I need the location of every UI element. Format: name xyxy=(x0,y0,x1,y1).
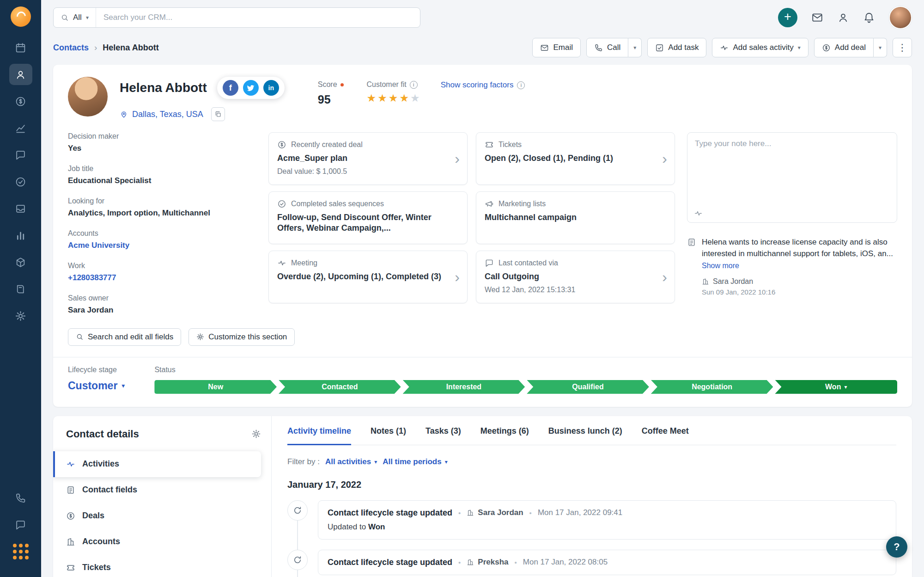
show-scoring-factors-link[interactable]: Show scoring factors i xyxy=(441,77,525,90)
search-scope-dropdown[interactable]: All ▾ xyxy=(54,8,96,27)
contact-identity: Helena Abbott f in Dallas, Texas, USA xyxy=(120,77,285,121)
time-period-filter-value: All time periods xyxy=(383,457,442,467)
leads-button[interactable] xyxy=(837,12,849,24)
search-icon xyxy=(76,333,84,341)
details-item-activities[interactable]: Activities xyxy=(53,451,261,477)
lifecycle-stage-dropdown[interactable]: Customer ▾ xyxy=(68,380,125,392)
marketing-lists-card[interactable]: Marketing lists Multichannel campaign xyxy=(476,191,675,244)
activities-filter-dropdown[interactable]: All activities ▾ xyxy=(325,457,377,467)
chevron-right-icon[interactable]: › xyxy=(455,270,460,284)
details-item-accounts[interactable]: Accounts xyxy=(53,529,261,555)
help-button[interactable]: ? xyxy=(886,536,907,558)
sidebar-item-support[interactable] xyxy=(9,514,32,535)
pipeline-stage[interactable]: Contacted xyxy=(279,380,401,394)
facebook-icon[interactable]: f xyxy=(223,80,238,96)
tab-activity-timeline[interactable]: Activity timeline xyxy=(287,426,351,445)
lifecycle-update-icon xyxy=(287,550,308,570)
pipeline-stage[interactable]: New xyxy=(154,380,277,394)
sidebar-item-campaigns[interactable] xyxy=(9,171,32,192)
sales-sequences-card[interactable]: Completed sales sequences Follow-up, Sen… xyxy=(268,191,468,244)
pipeline-stage-won[interactable]: Won▾ xyxy=(775,380,897,394)
recent-deal-card[interactable]: Recently created deal Acme_Super plan De… xyxy=(268,132,468,185)
support-chat-icon xyxy=(15,519,26,531)
details-item-contact-fields[interactable]: Contact fields xyxy=(53,477,261,503)
account-link[interactable]: Acme University xyxy=(68,240,256,251)
info-icon[interactable]: i xyxy=(410,81,418,89)
sidebar-item-phone[interactable] xyxy=(9,487,32,509)
timeline-entry-card[interactable]: Contact lifecycle stage updated • Preksh… xyxy=(318,550,896,575)
contacts-icon xyxy=(15,69,26,80)
call-button[interactable]: Call xyxy=(586,38,628,57)
chevron-right-icon[interactable]: › xyxy=(455,151,460,166)
email-button-label: Email xyxy=(553,43,573,52)
pipeline-stage[interactable]: Interested xyxy=(403,380,525,394)
freshworks-logo[interactable] xyxy=(11,6,31,27)
email-inbox-button[interactable] xyxy=(811,12,823,24)
global-search: All ▾ xyxy=(53,7,420,28)
stage-label: Interested xyxy=(446,383,481,391)
sidebar-item-apps[interactable] xyxy=(9,541,32,562)
add-deal-dropdown-button[interactable]: ▾ xyxy=(874,38,887,57)
details-item-deals[interactable]: Deals xyxy=(53,503,261,529)
search-input[interactable] xyxy=(96,13,420,22)
card-subtext: Deal value: $ 1,000.5 xyxy=(277,167,444,176)
email-button[interactable]: Email xyxy=(532,38,581,57)
contact-avatar[interactable] xyxy=(68,77,108,117)
timeline-entry-detail: Updated to Won xyxy=(328,522,887,532)
twitter-icon[interactable] xyxy=(243,80,259,96)
add-sales-activity-button[interactable]: Add sales activity ▾ xyxy=(712,38,808,57)
quick-add-button[interactable]: + xyxy=(778,8,797,27)
phone-link[interactable]: +1280383777 xyxy=(68,273,256,283)
contact-location-link[interactable]: Dallas, Texas, USA xyxy=(132,110,203,119)
tab-business-lunch[interactable]: Business lunch (2) xyxy=(548,426,622,445)
timeline-entry-card[interactable]: Contact lifecycle stage updated • Sara J… xyxy=(318,500,896,540)
tickets-card[interactable]: Tickets Open (2), Closed (1), Pending (1… xyxy=(476,132,675,185)
sidebar-item-deals[interactable] xyxy=(9,91,32,112)
building-icon xyxy=(467,559,474,566)
sidebar-item-analytics[interactable] xyxy=(9,117,32,139)
apps-grid-icon xyxy=(13,544,29,559)
sidebar-item-conversations[interactable] xyxy=(9,144,32,166)
scoring-link-label: Show scoring factors xyxy=(441,80,514,90)
more-actions-button[interactable]: ⋮ xyxy=(893,38,912,57)
call-dropdown-button[interactable]: ▾ xyxy=(628,38,642,57)
copy-button[interactable] xyxy=(211,107,225,121)
pipeline-stage[interactable]: Qualified xyxy=(527,380,649,394)
chevron-right-icon[interactable]: › xyxy=(662,270,667,284)
tab-notes[interactable]: Notes (1) xyxy=(371,426,406,445)
star-icon: ★ xyxy=(389,92,400,104)
tab-meetings[interactable]: Meetings (6) xyxy=(480,426,529,445)
card-title: Last contacted via xyxy=(498,259,558,267)
sidebar-item-contacts[interactable] xyxy=(9,64,32,85)
sidebar-item-documents[interactable] xyxy=(9,278,32,300)
linkedin-icon[interactable]: in xyxy=(263,80,279,96)
meeting-card[interactable]: Meeting Overdue (2), Upcoming (1), Compl… xyxy=(268,251,468,303)
app-sidebar xyxy=(0,0,41,577)
main-area: All ▾ + Contacts › Helena Abbott Email xyxy=(41,0,924,577)
user-avatar[interactable] xyxy=(889,6,912,29)
field-label: Looking for xyxy=(68,197,256,205)
time-period-filter-dropdown[interactable]: All time periods ▾ xyxy=(383,457,448,467)
tab-tasks[interactable]: Tasks (3) xyxy=(426,426,461,445)
note-item: Helena wants to increase license capacit… xyxy=(687,237,897,296)
add-deal-button[interactable]: Add deal xyxy=(814,38,874,57)
chevron-right-icon[interactable]: › xyxy=(662,151,667,166)
add-task-button[interactable]: Add task xyxy=(647,38,706,57)
search-edit-fields-button[interactable]: Search and edit all fields xyxy=(68,328,181,346)
breadcrumb-contacts-link[interactable]: Contacts xyxy=(53,43,89,53)
details-item-tickets[interactable]: Tickets xyxy=(53,555,261,577)
last-contacted-card[interactable]: Last contacted via Call Outgoing Wed 12 … xyxy=(476,251,675,303)
sidebar-item-settings[interactable] xyxy=(9,305,32,326)
show-more-link[interactable]: Show more xyxy=(702,262,897,270)
status-label: Status xyxy=(154,366,897,374)
sidebar-item-reports[interactable] xyxy=(9,225,32,246)
pipeline-stage[interactable]: Negotiation xyxy=(651,380,773,394)
sidebar-item-inbox[interactable] xyxy=(9,198,32,219)
details-settings-button[interactable] xyxy=(251,429,261,439)
notifications-button[interactable] xyxy=(863,12,875,24)
customize-section-button[interactable]: Customize this section xyxy=(188,328,295,346)
sidebar-item-products[interactable] xyxy=(9,252,32,273)
note-input[interactable] xyxy=(687,133,897,203)
tab-coffee-meet[interactable]: Coffee Meet xyxy=(642,426,689,445)
sidebar-item-calendar[interactable] xyxy=(9,37,32,58)
